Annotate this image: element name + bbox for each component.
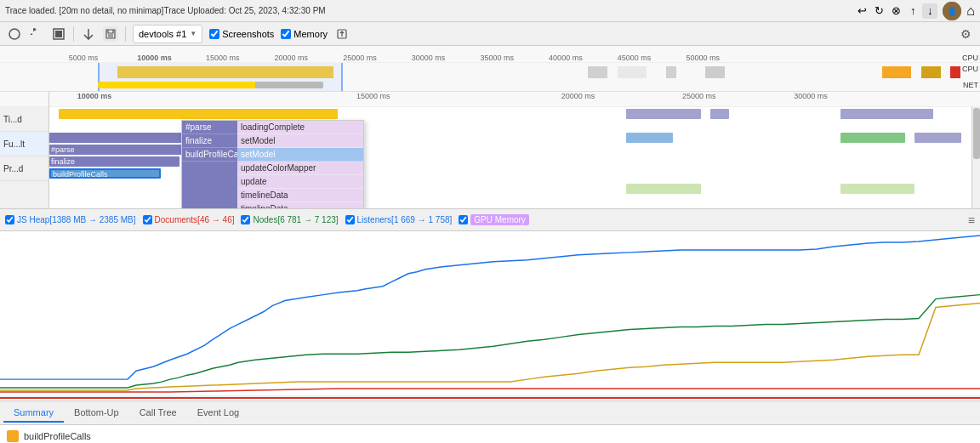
tick-40000: 40000 ms [549, 54, 583, 62]
flame-right-4[interactable] [626, 133, 673, 143]
home-icon[interactable]: ⌂ [966, 3, 975, 19]
flame-right-3[interactable] [840, 109, 933, 119]
cpu-bar-red [950, 66, 960, 78]
flame-right-5[interactable] [840, 133, 906, 143]
gear-icon[interactable]: ⚙ [958, 26, 973, 42]
svg-point-2 [9, 29, 20, 39]
tooltip-buildprofile[interactable]: buildProfileCalls [182, 148, 237, 162]
close-icon[interactable]: ⊗ [888, 3, 903, 19]
tick-15000: 15000 ms [206, 54, 240, 62]
trace-info: Trace loaded. [20m no detail, no minimap… [5, 6, 849, 15]
trace-label-tid: Ti...d [0, 107, 48, 132]
screenshot-strip [98, 82, 323, 88]
memory-checkbox[interactable] [281, 29, 291, 39]
sub-tick-25000: 25000 ms [682, 92, 716, 100]
bottom-row: buildProfileCalls [7, 430, 91, 442]
overview-minimap[interactable]: CPU NET [0, 63, 980, 92]
tooltip-popup: #parse finalize buildProfileCalls loadin… [181, 120, 364, 208]
scroll-thumb[interactable] [973, 108, 980, 159]
svg-text:👤: 👤 [947, 6, 958, 17]
sub-tick-30000: 30000 ms [794, 92, 828, 100]
dropdown-arrow-icon: ▼ [190, 30, 197, 37]
tooltip-left-column: #parse finalize buildProfileCalls [182, 121, 237, 208]
memory-checkbox-group: Memory [281, 29, 328, 39]
tooltip-loadingcomplete[interactable]: loadingComplete [237, 121, 363, 134]
tooltip-finalize[interactable]: finalize [182, 134, 237, 148]
documents-checkbox[interactable] [143, 215, 152, 224]
flame-finalize[interactable]: finalize [49, 156, 179, 167]
tooltip-update[interactable]: update [237, 175, 363, 189]
cpu-bar-4 [705, 66, 725, 78]
trace-right-panel[interactable]: 10000 ms 15000 ms 20000 ms 25000 ms 3000… [49, 92, 980, 208]
tooltip-setmodel-2[interactable]: setModel [237, 148, 363, 162]
divider-2 [125, 26, 126, 42]
flame-build-profile[interactable]: buildProfileCalls [49, 168, 161, 179]
flame-right-2[interactable] [710, 109, 729, 119]
tick-30000: 30000 ms [412, 54, 446, 62]
flame-prd-2[interactable] [840, 184, 915, 194]
avatar[interactable]: 👤 [943, 2, 961, 20]
top-bar: Trace loaded. [20m no detail, no minimap… [0, 0, 980, 22]
documents-metric: Documents[46 → 46] [143, 215, 235, 224]
listeners-metric: Listeners[1 669 → 1 758] [345, 215, 453, 224]
divider-1 [73, 26, 74, 42]
bottom-tabs: Summary Bottom-Up Call Tree Event Log [0, 401, 980, 425]
flame-right-6[interactable] [914, 133, 961, 143]
cpu-label-right: CPU [962, 65, 978, 73]
cpu-bar-3 [666, 66, 676, 78]
screenshots-checkbox[interactable] [209, 29, 219, 39]
cpu-label: CPU [962, 54, 978, 62]
download-icon[interactable]: ↓ [922, 3, 937, 19]
net-label: NET [963, 81, 978, 89]
nodes-checkbox[interactable] [241, 215, 250, 224]
memory-label: Memory [293, 29, 328, 39]
tooltip-setmodel-1[interactable]: setModel [237, 134, 363, 148]
metrics-menu-icon[interactable]: ≡ [968, 213, 975, 227]
flame-yellow-1[interactable] [59, 109, 338, 119]
tab-call-tree[interactable]: Call Tree [129, 404, 187, 423]
devtools-dropdown[interactable]: devtools #1 ▼ [133, 25, 202, 43]
record-icon[interactable] [7, 26, 22, 42]
svg-rect-7 [0, 231, 980, 400]
trace-label-full[interactable]: Fu...lt [0, 132, 48, 156]
trace-left-panel: Ti...d Fu...lt Pr...d [0, 92, 49, 208]
extension-icon[interactable] [334, 26, 350, 42]
build-profile-label: buildProfileCalls [24, 431, 91, 441]
reload-record-icon[interactable] [29, 26, 44, 42]
cpu-bar-1 [588, 66, 607, 78]
sub-tick-10000: 10000 ms [77, 92, 112, 100]
load-icon[interactable] [81, 26, 96, 42]
cpu-bar-2 [618, 66, 647, 78]
nodes-label: Nodes[6 781 → 7 123] [253, 215, 338, 224]
top-icons: ↩ ↻ ⊗ ↑ ↓ [854, 3, 937, 19]
sub-tick-15000: 15000 ms [356, 92, 390, 100]
flame-chart[interactable]: #parse finalize buildProfileCalls #parse… [49, 107, 980, 208]
tab-summary[interactable]: Summary [3, 404, 64, 423]
upload-icon[interactable]: ↑ [905, 3, 920, 19]
tick-5000: 5000 ms [69, 54, 99, 62]
bottom-content: buildProfileCalls [0, 425, 980, 443]
tooltip-timelinedata-1[interactable]: timelineData [237, 189, 363, 202]
metrics-bar: JS Heap[1388 MB → 2385 MB] Documents[46 … [0, 209, 980, 231]
js-heap-checkbox[interactable] [5, 215, 14, 224]
tick-20000: 20000 ms [275, 54, 309, 62]
cpu-bar-end2 [921, 66, 941, 78]
gpu-memory-checkbox[interactable] [459, 215, 468, 224]
timeline-ruler-top: 5000 ms 10000 ms 15000 ms 20000 ms 25000… [0, 46, 980, 63]
listeners-checkbox[interactable] [345, 215, 355, 224]
flame-prd-1[interactable] [626, 184, 701, 194]
save-icon[interactable] [103, 26, 118, 42]
tab-event-log[interactable]: Event Log [187, 404, 250, 423]
memory-graph[interactable] [0, 231, 980, 401]
back-icon[interactable]: ↩ [854, 3, 869, 19]
toolbar: devtools #1 ▼ Screenshots Memory ⚙ [0, 22, 980, 46]
tab-bottom-up[interactable]: Bottom-Up [64, 404, 129, 423]
stop-icon[interactable] [51, 26, 66, 42]
tooltip-timelinedata-2[interactable]: timelineData [237, 202, 363, 208]
refresh-icon[interactable]: ↻ [871, 3, 886, 19]
tooltip-updatecolormapper[interactable]: updateColorMapper [237, 162, 363, 175]
documents-label: Documents[46 → 46] [155, 215, 235, 224]
vertical-scrollbar[interactable] [971, 107, 980, 208]
flame-right-1[interactable] [626, 109, 701, 119]
tooltip-parse[interactable]: #parse [182, 121, 237, 134]
